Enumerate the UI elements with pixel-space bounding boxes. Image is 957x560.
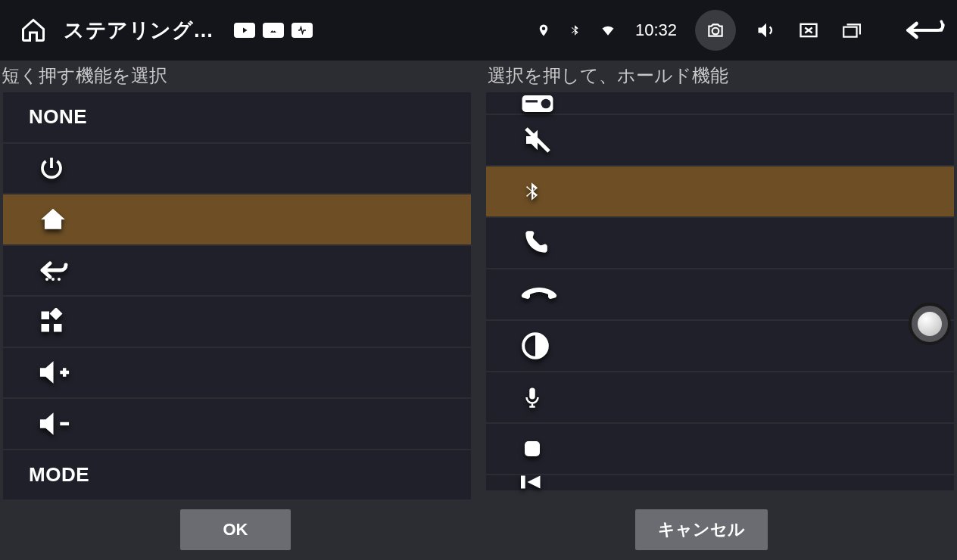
app-title: ステアリング… bbox=[64, 17, 214, 44]
function-row-vol-up[interactable] bbox=[3, 348, 471, 398]
notification-icons bbox=[234, 23, 313, 38]
row-label: NONE bbox=[29, 105, 87, 129]
svg-rect-2 bbox=[843, 27, 856, 37]
function-row-phone[interactable] bbox=[486, 218, 954, 268]
statusbar-right: 10:32 bbox=[537, 10, 945, 51]
cancel-button[interactable]: キャンセル bbox=[635, 509, 768, 550]
radio-icon bbox=[521, 94, 554, 114]
screenshot-icon[interactable] bbox=[695, 10, 736, 51]
short-press-header: 短く押す機能を選択 bbox=[0, 61, 471, 92]
function-row-next[interactable] bbox=[486, 475, 954, 490]
status-bar: ステアリング… 10:32 bbox=[0, 0, 957, 61]
panels-container: 短く押す機能を選択 NONE MODE 選択を押して、ホールド機能 bbox=[0, 61, 957, 499]
recents-icon[interactable] bbox=[839, 20, 863, 40]
assistive-touch-button[interactable] bbox=[909, 303, 951, 345]
close-box-icon[interactable] bbox=[796, 20, 821, 41]
bluetooth-status-icon bbox=[569, 21, 581, 39]
activity-icon bbox=[291, 23, 313, 38]
location-icon bbox=[537, 22, 550, 39]
mute-icon bbox=[521, 125, 554, 155]
function-row-mute[interactable] bbox=[486, 115, 954, 165]
home-icon[interactable] bbox=[20, 17, 47, 44]
statusbar-left: ステアリング… bbox=[20, 17, 313, 44]
svg-point-0 bbox=[712, 28, 719, 35]
prev-track-icon bbox=[521, 475, 547, 489]
function-row-vol-down[interactable] bbox=[3, 399, 471, 449]
svg-rect-6 bbox=[42, 311, 50, 319]
hold-header: 選択を押して、ホールド機能 bbox=[486, 61, 957, 92]
svg-rect-9 bbox=[50, 308, 63, 320]
stop-icon bbox=[521, 437, 544, 460]
function-row-bluetooth[interactable] bbox=[486, 166, 954, 216]
cancel-button-label: キャンセル bbox=[658, 518, 745, 541]
power-icon bbox=[38, 154, 65, 182]
wifi-icon bbox=[599, 23, 617, 38]
hold-list[interactable] bbox=[486, 92, 957, 499]
svg-point-3 bbox=[45, 278, 48, 281]
function-row-hangup[interactable] bbox=[486, 269, 954, 319]
function-row-stop[interactable] bbox=[486, 424, 954, 474]
svg-rect-16 bbox=[521, 476, 525, 489]
function-row-mic[interactable] bbox=[486, 372, 954, 422]
hangup-icon bbox=[521, 284, 557, 305]
function-row-back[interactable] bbox=[3, 246, 471, 296]
svg-rect-7 bbox=[42, 324, 50, 332]
function-row-power[interactable] bbox=[3, 144, 471, 194]
short-press-panel: 短く押す機能を選択 NONE MODE bbox=[0, 61, 471, 499]
function-row-none[interactable]: NONE bbox=[3, 92, 471, 142]
ok-button-label: OK bbox=[223, 520, 248, 540]
function-row-widgets[interactable] bbox=[3, 297, 471, 347]
mic-icon bbox=[521, 381, 544, 413]
svg-point-11 bbox=[541, 99, 551, 109]
clock-text: 10:32 bbox=[635, 20, 677, 40]
svg-rect-15 bbox=[525, 441, 540, 456]
picture-icon bbox=[263, 23, 284, 38]
function-row-home[interactable] bbox=[3, 194, 471, 244]
svg-point-4 bbox=[51, 278, 55, 281]
volume-up-icon bbox=[38, 359, 71, 386]
ok-button[interactable]: OK bbox=[180, 509, 291, 550]
footer-bar: OK キャンセル bbox=[0, 499, 957, 560]
row-label: MODE bbox=[29, 463, 89, 487]
widgets-icon bbox=[38, 308, 65, 335]
back-icon[interactable] bbox=[902, 17, 945, 43]
home-fill-icon bbox=[38, 205, 68, 234]
function-row-contrast[interactable] bbox=[486, 321, 954, 371]
short-press-list[interactable]: NONE MODE bbox=[0, 92, 471, 499]
phone-icon bbox=[521, 229, 550, 257]
hold-panel: 選択を押して、ホールド機能 bbox=[486, 61, 957, 499]
svg-rect-8 bbox=[54, 324, 62, 332]
svg-rect-12 bbox=[525, 100, 538, 102]
function-row-mode[interactable]: MODE bbox=[3, 450, 471, 500]
function-row-radio[interactable] bbox=[486, 92, 954, 114]
volume-icon[interactable] bbox=[754, 20, 778, 41]
svg-point-5 bbox=[58, 278, 61, 281]
youtube-icon bbox=[234, 23, 255, 38]
bluetooth-icon bbox=[521, 176, 542, 207]
contrast-icon bbox=[521, 331, 550, 360]
svg-rect-14 bbox=[529, 388, 535, 400]
volume-down-icon bbox=[38, 410, 71, 437]
back-dots-icon bbox=[38, 257, 68, 283]
